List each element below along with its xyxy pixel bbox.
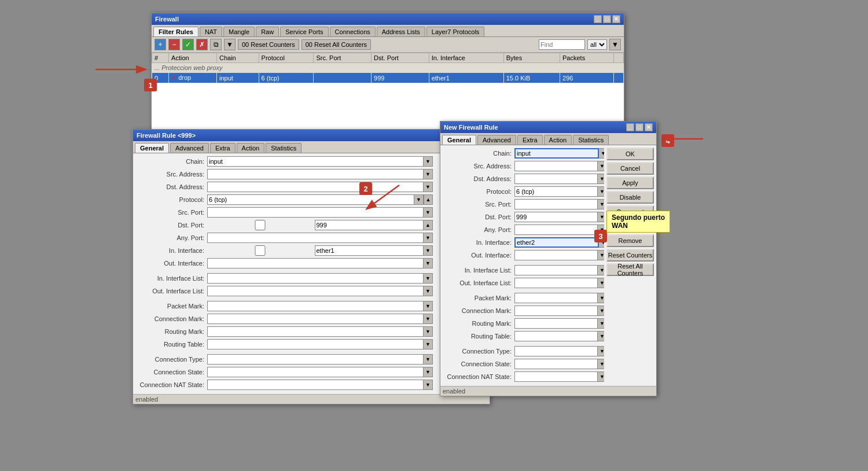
find-input[interactable] <box>539 39 585 50</box>
remove-rule-button[interactable]: − <box>168 39 180 50</box>
new-dst-port-input[interactable] <box>514 212 598 222</box>
routing-mark-arrow[interactable]: ▼ <box>424 326 433 337</box>
disable-rule-button[interactable]: ✗ <box>196 39 208 50</box>
new-connection-type-arrow[interactable]: ▼ <box>598 346 604 356</box>
new-src-port-arrow[interactable]: ▼ <box>598 199 604 209</box>
copy-rule-button[interactable]: ⧉ <box>210 39 222 50</box>
find-arrow-button[interactable]: ▼ <box>609 39 621 50</box>
out-interface-arrow[interactable]: ▼ <box>424 258 433 268</box>
new-in-interface-input[interactable] <box>514 237 599 248</box>
maximize-button[interactable]: □ <box>603 15 611 23</box>
tab-nat[interactable]: NAT <box>200 27 222 36</box>
new-disable-button[interactable]: Disable <box>606 191 654 204</box>
tab-raw[interactable]: Raw <box>256 27 279 36</box>
new-src-port-input[interactable] <box>514 199 598 209</box>
new-packet-mark-arrow[interactable]: ▼ <box>598 293 604 303</box>
new-ok-button[interactable]: OK <box>606 148 654 160</box>
new-routing-mark-input[interactable] <box>514 318 598 329</box>
new-out-interface-list-input[interactable] <box>514 278 598 288</box>
new-dst-address-arrow[interactable]: ▼ <box>598 174 604 184</box>
new-tab-action[interactable]: Action <box>544 135 572 145</box>
new-out-interface-list-arrow[interactable]: ▼ <box>598 278 604 288</box>
dst-address-input[interactable] <box>207 182 424 192</box>
new-connection-mark-input[interactable] <box>514 306 598 316</box>
find-select[interactable]: all <box>587 39 607 50</box>
new-protocol-input[interactable] <box>514 186 598 197</box>
in-interface-list-input[interactable] <box>207 273 424 284</box>
new-remove-button[interactable]: Remove <box>606 234 654 247</box>
connection-state-input[interactable] <box>207 367 424 377</box>
out-interface-list-input[interactable] <box>207 286 424 296</box>
dst-port-checkbox[interactable] <box>207 220 313 230</box>
packet-mark-input[interactable] <box>207 301 424 311</box>
src-address-arrow[interactable]: ▼ <box>424 169 433 179</box>
reset-counters-button[interactable]: 00 Reset Counters <box>238 39 299 50</box>
connection-state-arrow[interactable]: ▼ <box>424 367 433 377</box>
tab-filter-rules[interactable]: Filter Rules <box>153 27 198 36</box>
packet-mark-arrow[interactable]: ▼ <box>424 301 433 311</box>
new-tab-general[interactable]: General <box>442 135 476 145</box>
tab-statistics[interactable]: Statistics <box>266 143 301 153</box>
new-out-interface-input[interactable] <box>514 250 598 260</box>
close-button[interactable]: ✕ <box>612 15 620 23</box>
new-dst-address-input[interactable] <box>514 174 598 184</box>
in-interface-checkbox[interactable] <box>207 245 313 256</box>
new-fw-maximize[interactable]: □ <box>635 123 643 131</box>
new-chain-arrow[interactable]: ▼ <box>599 148 604 159</box>
new-in-interface-list-input[interactable] <box>514 265 598 275</box>
enable-rule-button[interactable]: ✓ <box>182 39 194 50</box>
chain-input[interactable] <box>207 156 424 167</box>
protocol-arrow[interactable]: ▼ <box>414 194 424 205</box>
routing-mark-input[interactable] <box>207 326 424 337</box>
tab-layer7[interactable]: Layer7 Protocols <box>426 27 485 36</box>
new-chain-input[interactable] <box>514 148 599 159</box>
new-src-address-input[interactable] <box>514 161 598 171</box>
dst-address-arrow[interactable]: ▼ <box>424 182 433 192</box>
out-interface-input[interactable] <box>207 258 424 268</box>
new-tab-advanced[interactable]: Advanced <box>477 135 516 145</box>
in-interface-arrow[interactable]: ▼ <box>424 245 433 256</box>
dst-port-input[interactable] <box>315 220 424 230</box>
filter-button[interactable]: ▼ <box>224 39 236 50</box>
new-connection-mark-arrow[interactable]: ▼ <box>598 306 604 316</box>
new-tab-statistics[interactable]: Statistics <box>573 135 609 145</box>
table-row[interactable]: 0 ✗ drop input 6 (tcp) 999 ether1 15.0 K… <box>152 73 624 83</box>
tab-address-lists[interactable]: Address Lists <box>377 27 425 36</box>
new-routing-mark-arrow[interactable]: ▼ <box>598 318 604 329</box>
new-tab-extra[interactable]: Extra <box>517 135 543 145</box>
minimize-button[interactable]: _ <box>594 15 602 23</box>
protocol-input[interactable] <box>207 194 414 205</box>
in-interface-input[interactable] <box>315 245 424 256</box>
tab-extra[interactable]: Extra <box>210 143 236 153</box>
dst-port-arrow[interactable]: ▲ <box>424 220 433 230</box>
routing-table-arrow[interactable]: ▼ <box>424 339 433 349</box>
reset-all-counters-button[interactable]: 00 Reset All Counters <box>301 39 371 50</box>
new-routing-table-arrow[interactable]: ▼ <box>598 331 604 341</box>
tab-general[interactable]: General <box>135 143 169 153</box>
any-port-arrow[interactable]: ▼ <box>424 233 433 243</box>
connection-nat-state-arrow[interactable]: ▼ <box>424 380 433 390</box>
out-interface-list-arrow[interactable]: ▼ <box>424 286 433 296</box>
new-cancel-button[interactable]: Cancel <box>606 162 654 175</box>
new-connection-type-input[interactable] <box>514 346 598 356</box>
new-apply-button[interactable]: Apply <box>606 176 654 189</box>
new-connection-state-input[interactable] <box>514 359 598 369</box>
new-routing-table-input[interactable] <box>514 331 598 341</box>
any-port-input[interactable] <box>207 233 424 243</box>
connection-mark-input[interactable] <box>207 314 424 324</box>
connection-nat-state-input[interactable] <box>207 380 424 390</box>
src-address-input[interactable] <box>207 169 424 179</box>
src-port-input[interactable] <box>207 207 424 218</box>
new-fw-close[interactable]: ✕ <box>645 123 653 131</box>
new-connection-state-arrow[interactable]: ▼ <box>598 359 604 369</box>
new-reset-counters-button[interactable]: Reset Counters <box>606 249 654 262</box>
new-out-interface-arrow[interactable]: ▼ <box>598 250 604 260</box>
src-port-arrow[interactable]: ▼ <box>424 207 433 218</box>
new-fw-minimize[interactable]: _ <box>626 123 634 131</box>
routing-table-input[interactable] <box>207 339 424 349</box>
tab-action[interactable]: Action <box>237 143 265 153</box>
tab-mangle[interactable]: Mangle <box>223 27 255 36</box>
new-dst-port-arrow[interactable]: ▼ <box>598 212 604 222</box>
connection-type-input[interactable] <box>207 354 424 365</box>
protocol-arrow2[interactable]: ▲ <box>424 194 433 205</box>
